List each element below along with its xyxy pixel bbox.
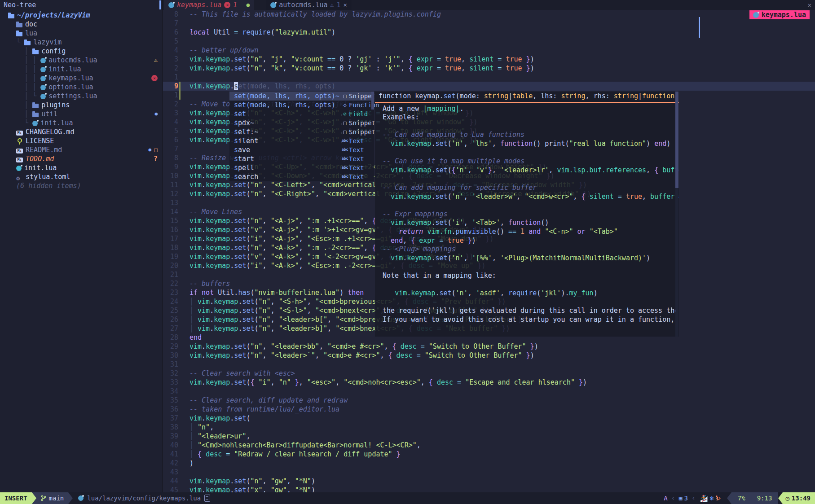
- code-line[interactable]: 35-- Clear search, diff update and redra…: [163, 396, 815, 405]
- tab-autocmds[interactable]: autocmds.lua ⚠ 1 ×: [266, 0, 352, 10]
- tree-item[interactable]: (6 hidden items): [8, 181, 162, 190]
- completion-item[interactable]: searchabcText: [229, 172, 374, 181]
- git-branch[interactable]: main: [36, 492, 69, 504]
- tree-item[interactable]: LICENSE: [8, 136, 162, 145]
- token: ,: [464, 193, 472, 201]
- token: {: [409, 64, 417, 72]
- editor-scrollbar[interactable]: [699, 17, 700, 38]
- code-line[interactable]: 5: [163, 37, 815, 46]
- token: vim: [189, 109, 202, 117]
- token: keymap: [214, 298, 238, 306]
- popup-scrollbar[interactable]: [371, 92, 374, 110]
- tree-item[interactable]: │ │ init.lua: [8, 65, 162, 74]
- completion-item[interactable]: self:~□Snippet: [229, 127, 374, 136]
- completion-item[interactable]: set⊘Field: [229, 110, 374, 118]
- token: vim: [189, 351, 202, 359]
- token: [379, 228, 399, 236]
- tab-close-icon[interactable]: ×: [343, 0, 347, 9]
- tree-item[interactable]: │ config: [8, 47, 162, 56]
- snowboarder-icon: 🏂: [700, 494, 708, 503]
- completion-item[interactable]: silentabcText: [229, 136, 374, 145]
- tree-item[interactable]: │ │ autocmds.lua⚠: [8, 56, 162, 65]
- code-line[interactable]: 45vim.keymap.set("x", "gw", "*N"): [163, 486, 815, 492]
- tree-item[interactable]: stylua.toml: [8, 172, 162, 181]
- token: |: [638, 92, 642, 100]
- neotree-scrollbar[interactable]: [159, 0, 161, 9]
- code-line[interactable]: 2vim.keymap.set("n", "k", "v:count == 0 …: [163, 64, 815, 73]
- token: ,: [263, 190, 271, 198]
- code-line[interactable]: 30vim.keymap.set("n", "<leader>`", "<cmd…: [163, 351, 815, 360]
- token: ,: [549, 166, 557, 174]
- winbar-file-badge[interactable]: keymaps.lua: [749, 10, 810, 19]
- code-line[interactable]: 9vim.keymap.set(mode, lhs, rhs, opts): [163, 82, 815, 91]
- completion-item[interactable]: saveabcText: [229, 145, 374, 154]
- kind-function-icon: ◇: [341, 101, 349, 110]
- completion-item[interactable]: set(mode, lhs, rhs, opts)~□Snippet: [229, 92, 374, 101]
- code-line[interactable]: 44vim.keymap.set("n", "gw", "*N"): [163, 477, 815, 486]
- documentation-float[interactable]: function keymap.set(mode: string|table, …: [375, 92, 679, 337]
- tree-item[interactable]: │ │ keymaps.lua✕: [8, 74, 162, 83]
- completion-item[interactable]: startabcText: [229, 154, 374, 163]
- folder-open-icon: [32, 50, 39, 54]
- code-line[interactable]: 4-- better up/down: [163, 46, 815, 55]
- token: keymap: [407, 140, 431, 148]
- token: ,: [271, 316, 279, 324]
- code-line[interactable]: 43: [163, 468, 815, 477]
- tree-item[interactable]: ~/projects/LazyVim: [8, 11, 162, 20]
- tree-item[interactable]: README.md●□: [8, 145, 162, 154]
- completion-item[interactable]: set(mode, lhs, rhs, opts)◇Function: [229, 101, 374, 110]
- float-scrollbar-thumb[interactable]: [675, 92, 678, 188]
- tree-item[interactable]: └ lazyvim: [8, 38, 162, 47]
- tree-item[interactable]: │ util●: [8, 110, 162, 118]
- code-line[interactable]: 32-- Clear search with <esc>: [163, 369, 815, 378]
- file-explorer[interactable]: ~/projects/LazyVim doc lua └ lazyvim │ c…: [0, 10, 163, 492]
- code-line[interactable]: 39│ "<leader>ur",: [163, 432, 815, 441]
- token: .: [407, 289, 411, 297]
- code-line[interactable]: 40│ "<Cmd>nohlsearch<Bar>diffupdate<Bar>…: [163, 441, 815, 450]
- completion-popup[interactable]: set(mode, lhs, rhs, opts)~□Snippetset(mo…: [229, 92, 374, 181]
- token: ): [534, 342, 538, 351]
- package-icon: ▣: [679, 494, 683, 503]
- completion-item[interactable]: spellabcText: [229, 163, 374, 172]
- kind-text-icon: abc: [341, 154, 349, 163]
- tree-item[interactable]: │ │ options.lua: [8, 83, 162, 92]
- code-line[interactable]: 37vim.keymap.set(: [163, 414, 815, 423]
- tree-item[interactable]: │ └ settings.lua: [8, 92, 162, 101]
- token: keymap: [206, 226, 230, 234]
- tree-item[interactable]: CHANGELOG.md: [8, 127, 162, 136]
- token: .: [202, 414, 206, 422]
- plugin-updates[interactable]: ▣ 3: [679, 494, 688, 503]
- code-line[interactable]: 31: [163, 360, 815, 369]
- code-line[interactable]: 3vim.keymap.set("n", "j", "v:count == 0 …: [163, 55, 815, 64]
- branch-name: main: [49, 492, 64, 504]
- code-line[interactable]: 42): [163, 459, 815, 468]
- tree-item[interactable]: └ init.lua: [8, 118, 162, 127]
- code-line[interactable]: 8-- This file is automatically loaded by…: [163, 10, 815, 19]
- close-all-icon[interactable]: ✕: [808, 0, 811, 10]
- token: "n": [250, 351, 262, 359]
- tree-item[interactable]: init.lua: [8, 163, 162, 172]
- code-line[interactable]: 36-- taken from runtime/lua/_editor.lua: [163, 405, 815, 414]
- indent-guide: [8, 20, 16, 29]
- tree-item[interactable]: │ plugins: [8, 101, 162, 110]
- tree-item[interactable]: lua: [8, 29, 162, 38]
- token: .: [202, 181, 206, 189]
- code-line[interactable]: 7: [163, 19, 815, 28]
- code-line[interactable]: 34: [163, 387, 815, 396]
- code-line[interactable]: 6local Util = require("lazyvim.util"): [163, 28, 815, 37]
- token: require: [508, 289, 537, 297]
- token: .: [230, 262, 234, 270]
- tab-keymaps[interactable]: keymaps.lua ✕ 1 ●: [164, 0, 254, 10]
- kind-snippet-icon: □: [341, 92, 349, 101]
- code-line[interactable]: 41│ { desc = "Redraw / clear hlsearch / …: [163, 450, 815, 459]
- code-line[interactable]: 38│ "n",: [163, 423, 815, 432]
- tree-item[interactable]: TODO.md?: [8, 154, 162, 163]
- code-line[interactable]: 1: [163, 73, 815, 82]
- code-line[interactable]: 29vim.keymap.set("n", "<leader>bb", "<cm…: [163, 342, 815, 351]
- token: set: [234, 226, 246, 234]
- token: keymap: [407, 219, 431, 227]
- matched-text: s: [234, 119, 238, 127]
- tree-item[interactable]: doc: [8, 20, 162, 29]
- code-line[interactable]: 33vim.keymap.set({ "i", "n" }, "<esc>", …: [163, 378, 815, 387]
- completion-item[interactable]: spdx~□Snippet: [229, 118, 374, 127]
